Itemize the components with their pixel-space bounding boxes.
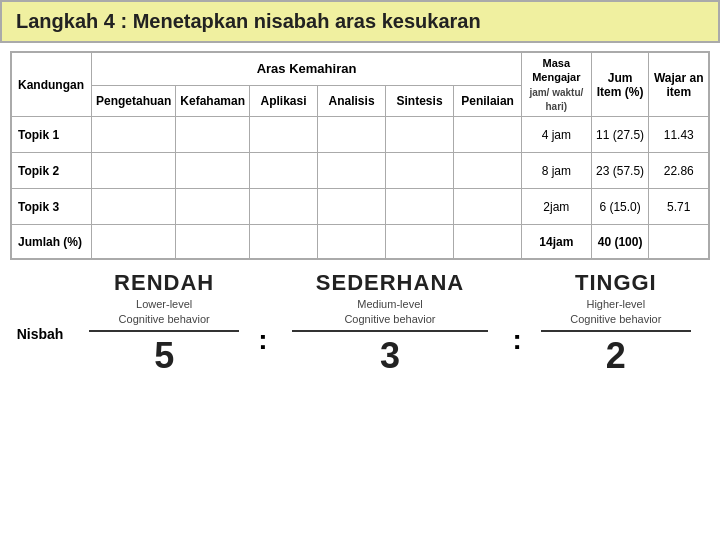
topik1-sintesis bbox=[386, 117, 454, 153]
topik1-wajar: 11.43 bbox=[649, 117, 709, 153]
topik3-penilaian bbox=[454, 189, 522, 225]
masa-header: Masa Mengajar jam/ waktu/ hari) bbox=[522, 53, 592, 117]
topik1-pengetahuan bbox=[92, 117, 176, 153]
topik2-jum: 23 (57.5) bbox=[591, 153, 649, 189]
level-rendah-block: RENDAH Lower-level Cognitive behavior 5 bbox=[70, 270, 258, 377]
page-title: Langkah 4 : Menetapkan nisabah aras kesu… bbox=[0, 0, 720, 43]
topik2-masa: 8 jam bbox=[522, 153, 592, 189]
nisbah-sep1: : bbox=[258, 270, 267, 356]
table-row: Topik 1 4 jam 11 (27.5) 11.43 bbox=[12, 117, 709, 153]
topik2-label: Topik 2 bbox=[12, 153, 92, 189]
jumlah-pengetahuan bbox=[92, 225, 176, 259]
tinggi-sub1: Higher-level bbox=[586, 297, 645, 311]
jum-item-header: Jum Item (%) bbox=[591, 53, 649, 117]
jumlah-penilaian bbox=[454, 225, 522, 259]
topik2-analisis bbox=[318, 153, 386, 189]
topik3-pengetahuan bbox=[92, 189, 176, 225]
topik1-kefahaman bbox=[176, 117, 250, 153]
jumlah-masa: 14jam bbox=[522, 225, 592, 259]
jumlah-analisis bbox=[318, 225, 386, 259]
topik3-label: Topik 3 bbox=[12, 189, 92, 225]
topik1-jum: 11 (27.5) bbox=[591, 117, 649, 153]
rendah-title: RENDAH bbox=[114, 270, 214, 296]
jumlah-label: Jumlah (%) bbox=[12, 225, 92, 259]
sederhana-title: SEDERHANA bbox=[316, 270, 464, 296]
rendah-sub1: Lower-level bbox=[136, 297, 192, 311]
topik1-penilaian bbox=[454, 117, 522, 153]
topik1-aplikasi bbox=[250, 117, 318, 153]
nisbah-num1: 5 bbox=[154, 335, 174, 377]
topik3-analisis bbox=[318, 189, 386, 225]
nisbah-sep2: : bbox=[512, 270, 521, 356]
col-pengetahuan: Pengetahuan bbox=[92, 85, 176, 116]
topik1-analisis bbox=[318, 117, 386, 153]
topik3-sintesis bbox=[386, 189, 454, 225]
wajar-header: Wajar an item bbox=[649, 53, 709, 117]
jumlah-sintesis bbox=[386, 225, 454, 259]
topik3-masa: 2jam bbox=[522, 189, 592, 225]
topik2-penilaian bbox=[454, 153, 522, 189]
tinggi-sub2: Cognitive behavior bbox=[570, 312, 661, 326]
col-penilaian: Penilaian bbox=[454, 85, 522, 116]
topik3-kefahaman bbox=[176, 189, 250, 225]
level-tinggi-block: TINGGI Higher-level Cognitive behavior 2 bbox=[522, 270, 710, 377]
jumlah-aplikasi bbox=[250, 225, 318, 259]
topik3-aplikasi bbox=[250, 189, 318, 225]
masa-label: Masa Mengajar bbox=[532, 57, 580, 83]
topik2-kefahaman bbox=[176, 153, 250, 189]
col-kefahaman: Kefahaman bbox=[176, 85, 250, 116]
level-sederhana-block: SEDERHANA Medium-level Cognitive behavio… bbox=[268, 270, 513, 377]
topik2-pengetahuan bbox=[92, 153, 176, 189]
nisbah-num2: 3 bbox=[380, 335, 400, 377]
table-row: Topik 3 2jam 6 (15.0) 5.71 bbox=[12, 189, 709, 225]
col-kandungan: Kandungan bbox=[12, 53, 92, 117]
table-row: Topik 2 8 jam 23 (57.5) 22.86 bbox=[12, 153, 709, 189]
sederhana-sub1: Medium-level bbox=[357, 297, 422, 311]
topik3-wajar: 5.71 bbox=[649, 189, 709, 225]
jumlah-wajar bbox=[649, 225, 709, 259]
topik1-masa: 4 jam bbox=[522, 117, 592, 153]
masa-sub-label: jam/ waktu/ hari) bbox=[529, 87, 583, 112]
topik2-wajar: 22.86 bbox=[649, 153, 709, 189]
jumlah-kefahaman bbox=[176, 225, 250, 259]
topik3-jum: 6 (15.0) bbox=[591, 189, 649, 225]
col-analisis: Analisis bbox=[318, 85, 386, 116]
sederhana-sub2: Cognitive behavior bbox=[344, 312, 435, 326]
rendah-sub2: Cognitive behavior bbox=[119, 312, 210, 326]
jumlah-jum: 40 (100) bbox=[591, 225, 649, 259]
nisbah-label: Nisbah bbox=[10, 270, 70, 342]
topik1-label: Topik 1 bbox=[12, 117, 92, 153]
tinggi-title: TINGGI bbox=[575, 270, 657, 296]
col-aplikasi: Aplikasi bbox=[250, 85, 318, 116]
col-sintesis: Sintesis bbox=[386, 85, 454, 116]
topik2-sintesis bbox=[386, 153, 454, 189]
aras-kemahiran-header: Aras Kemahiran bbox=[92, 53, 522, 86]
topik2-aplikasi bbox=[250, 153, 318, 189]
table-row-jumlah: Jumlah (%) 14jam 40 (100) bbox=[12, 225, 709, 259]
nisbah-num3: 2 bbox=[606, 335, 626, 377]
